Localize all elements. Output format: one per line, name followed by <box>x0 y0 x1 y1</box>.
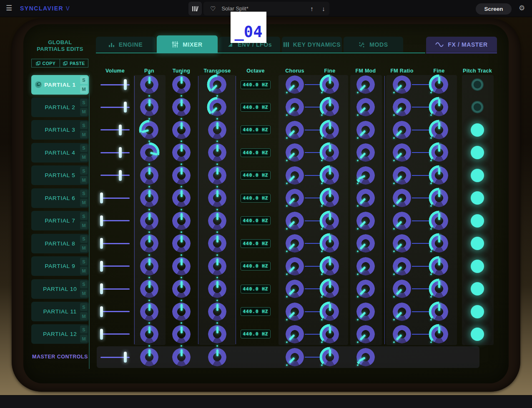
pan-knob[interactable] <box>140 189 158 207</box>
sidebar-item-partial-12[interactable]: PARTIAL 12SM <box>31 324 89 344</box>
fm-mod-knob[interactable] <box>356 348 375 366</box>
fm-ratio-knob[interactable] <box>393 303 411 321</box>
fm-mod-knob[interactable] <box>356 121 375 139</box>
solo-button[interactable]: S <box>80 280 88 288</box>
transpose-knob[interactable] <box>208 280 226 298</box>
pitch-track-toggle[interactable] <box>471 237 484 250</box>
chorus-fine-knob[interactable] <box>321 189 339 207</box>
fm-ratio-knob[interactable] <box>393 257 411 275</box>
tab-mixer[interactable]: MIXER <box>157 35 218 53</box>
pan-knob[interactable] <box>140 212 158 230</box>
chorus-fine-knob[interactable] <box>321 234 339 253</box>
tuning-knob[interactable] <box>172 212 191 230</box>
transpose-knob[interactable] <box>208 325 226 343</box>
tuning-knob[interactable] <box>172 121 191 139</box>
sidebar-item-partial-3[interactable]: PARTIAL 3SM <box>31 120 89 140</box>
solo-button[interactable]: S <box>80 303 88 311</box>
fm-fine-knob[interactable] <box>430 75 448 94</box>
menu-icon[interactable]: ☰ <box>6 5 14 12</box>
pitch-track-toggle[interactable] <box>471 191 484 205</box>
volume-slider-handle[interactable] <box>119 147 122 158</box>
volume-slider-handle[interactable] <box>100 215 103 226</box>
fm-mod-knob[interactable] <box>356 166 375 185</box>
chorus-knob[interactable] <box>286 280 304 298</box>
tab-key-dynamics[interactable]: KEY DYNAMICS <box>282 37 342 52</box>
preset-name[interactable]: Solar Split* <box>221 5 306 12</box>
pitch-track-toggle[interactable] <box>471 305 484 318</box>
chorus-fine-knob[interactable] <box>321 166 339 185</box>
chorus-knob[interactable] <box>286 348 304 366</box>
mute-button[interactable]: M <box>80 199 88 207</box>
tuning-knob[interactable] <box>172 143 191 162</box>
transpose-knob[interactable] <box>208 121 226 139</box>
next-preset-icon[interactable]: ↓ <box>318 5 329 12</box>
tab-fx-master[interactable]: FX / MASTER <box>426 37 497 52</box>
fm-ratio-knob[interactable] <box>393 325 411 343</box>
fm-mod-knob[interactable] <box>356 325 375 343</box>
mute-button[interactable]: M <box>80 290 88 298</box>
pan-knob[interactable] <box>140 234 158 253</box>
sidebar-item-partial-10[interactable]: PARTIAL 10SM <box>31 279 89 299</box>
tuning-knob[interactable] <box>172 280 191 298</box>
fm-fine-knob[interactable] <box>430 257 448 275</box>
solo-button[interactable]: S <box>80 144 88 152</box>
chorus-knob[interactable] <box>286 143 304 162</box>
tuning-knob[interactable] <box>172 303 191 321</box>
volume-slider-handle[interactable] <box>100 283 103 294</box>
chorus-fine-knob[interactable] <box>321 212 339 230</box>
fm-mod-knob[interactable] <box>356 75 375 94</box>
solo-button[interactable]: S <box>80 76 88 84</box>
preset-bar[interactable]: ♡ Solar Split* ↑ ↓ <box>203 2 329 15</box>
transpose-knob[interactable] <box>208 303 226 321</box>
sidebar-item-partial-5[interactable]: PARTIAL 5SM <box>31 165 89 185</box>
solo-button[interactable]: S <box>80 325 88 333</box>
fm-mod-knob[interactable] <box>356 234 375 253</box>
pan-knob[interactable] <box>140 257 158 275</box>
mute-button[interactable]: M <box>80 312 88 320</box>
pitch-track-toggle[interactable] <box>471 282 484 295</box>
mute-button[interactable]: M <box>80 153 88 161</box>
transpose-knob[interactable] <box>208 166 226 185</box>
solo-button[interactable]: S <box>80 235 88 243</box>
tab-engine[interactable]: ENGINE <box>96 37 155 52</box>
chorus-knob[interactable] <box>286 189 304 207</box>
sidebar-item-partial-7[interactable]: PARTIAL 7SM <box>31 211 89 230</box>
mute-button[interactable]: M <box>80 221 88 229</box>
transpose-knob[interactable] <box>208 75 226 94</box>
volume-slider-handle[interactable] <box>100 193 103 203</box>
pan-knob[interactable] <box>140 280 158 298</box>
octave-display[interactable]: 440.0 HZ <box>241 148 271 157</box>
tuning-knob[interactable] <box>172 257 191 275</box>
chorus-fine-knob[interactable] <box>321 143 339 162</box>
volume-slider-handle[interactable] <box>119 170 122 181</box>
solo-button[interactable]: S <box>80 212 88 220</box>
pan-knob[interactable] <box>140 75 158 94</box>
chorus-knob[interactable] <box>286 75 304 94</box>
fm-ratio-knob[interactable] <box>393 212 411 230</box>
mute-button[interactable]: M <box>80 176 88 184</box>
transpose-knob[interactable] <box>208 348 226 366</box>
favorite-heart-icon[interactable]: ♡ <box>210 5 216 13</box>
fm-mod-knob[interactable] <box>356 98 375 116</box>
fm-ratio-knob[interactable] <box>393 189 411 207</box>
mute-button[interactable]: M <box>80 244 88 252</box>
volume-slider-handle[interactable] <box>100 306 103 317</box>
octave-display[interactable]: 440.0 HZ <box>241 285 271 293</box>
fm-mod-knob[interactable] <box>356 257 375 275</box>
octave-display[interactable]: 440.0 HZ <box>241 307 271 316</box>
mute-button[interactable]: M <box>80 267 88 275</box>
fm-ratio-knob[interactable] <box>393 166 411 185</box>
solo-button[interactable]: S <box>80 258 88 265</box>
chorus-knob[interactable] <box>286 212 304 230</box>
fm-mod-knob[interactable] <box>356 189 375 207</box>
volume-slider-handle[interactable] <box>100 261 103 272</box>
solo-button[interactable]: S <box>80 99 88 107</box>
pan-knob[interactable] <box>140 121 158 139</box>
transpose-knob[interactable] <box>208 143 226 162</box>
mute-button[interactable]: M <box>80 335 88 343</box>
chorus-fine-knob[interactable] <box>321 325 339 343</box>
mute-button[interactable]: M <box>80 108 88 116</box>
chorus-fine-knob[interactable] <box>321 303 339 321</box>
pitch-track-toggle[interactable] <box>471 328 484 341</box>
fm-fine-knob[interactable] <box>430 325 448 343</box>
